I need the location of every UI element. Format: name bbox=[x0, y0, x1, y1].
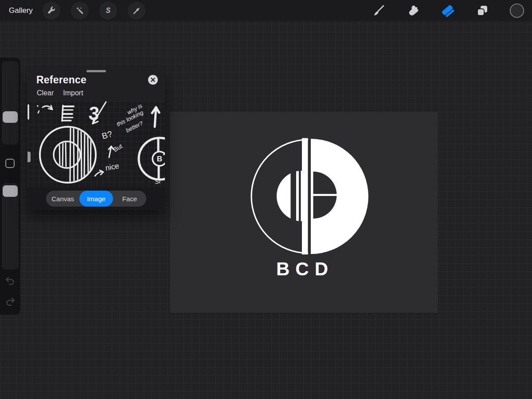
undo-icon bbox=[4, 276, 16, 287]
eraser-icon bbox=[441, 4, 454, 17]
brush-size-slider[interactable] bbox=[2, 61, 19, 145]
top-toolbar: Gallery S bbox=[0, 0, 532, 21]
close-button[interactable] bbox=[148, 75, 158, 85]
tab-face[interactable]: Face bbox=[113, 191, 146, 207]
eraser-tool-button[interactable] bbox=[438, 1, 458, 20]
sketch-b-question: B? bbox=[101, 129, 113, 141]
sketch-center-b: B bbox=[157, 155, 162, 163]
reference-image[interactable]: 3 B? But nice why is this looking better… bbox=[27, 101, 165, 188]
transform-button[interactable] bbox=[128, 2, 145, 20]
opacity-handle[interactable] bbox=[3, 185, 18, 197]
color-button[interactable] bbox=[507, 1, 527, 20]
logo-wordmark: BCD bbox=[276, 258, 334, 279]
tab-image[interactable]: Image bbox=[79, 191, 113, 207]
color-swatch-circle bbox=[509, 3, 524, 18]
sketch-nice: nice bbox=[105, 162, 120, 172]
adjustments-button[interactable] bbox=[71, 2, 89, 20]
bcd-logo-artwork: BCD bbox=[170, 111, 438, 313]
opacity-slider[interactable] bbox=[2, 183, 19, 270]
reference-mode-tabs: Canvas Image Face bbox=[46, 191, 146, 207]
selection-button[interactable]: S bbox=[99, 2, 117, 20]
reference-panel: Reference Clear Import bbox=[27, 69, 165, 210]
svg-text:S: S bbox=[106, 7, 111, 14]
brush-icon bbox=[372, 4, 385, 17]
layers-button[interactable] bbox=[473, 1, 492, 20]
transform-arrow-icon bbox=[132, 6, 141, 16]
sketch-but: But bbox=[112, 142, 124, 153]
actions-button[interactable] bbox=[43, 2, 60, 20]
paint-tools-group bbox=[369, 0, 532, 21]
smudge-finger-icon bbox=[407, 4, 419, 17]
layers-icon bbox=[476, 4, 489, 17]
sidebar-tool-rail bbox=[0, 58, 20, 315]
reference-panel-footer: Canvas Image Face bbox=[27, 188, 165, 210]
import-button[interactable]: Import bbox=[63, 89, 83, 97]
modify-button[interactable] bbox=[5, 159, 15, 168]
panel-actions: Clear Import bbox=[37, 89, 83, 97]
wrench-icon bbox=[47, 6, 56, 16]
clear-button[interactable]: Clear bbox=[37, 89, 54, 97]
smudge-tool-button[interactable] bbox=[403, 1, 423, 20]
tab-canvas[interactable]: Canvas bbox=[46, 191, 79, 207]
drawing-canvas[interactable]: BCD bbox=[170, 111, 438, 313]
close-icon bbox=[148, 75, 158, 85]
gallery-button[interactable]: Gallery bbox=[9, 6, 33, 15]
redo-button[interactable] bbox=[4, 296, 16, 309]
panel-drag-handle[interactable] bbox=[86, 70, 106, 72]
undo-button[interactable] bbox=[4, 275, 16, 288]
redo-icon bbox=[4, 297, 16, 308]
brush-tool-button[interactable] bbox=[369, 1, 388, 20]
selection-s-icon: S bbox=[103, 6, 113, 16]
panel-title: Reference bbox=[36, 74, 86, 86]
magic-wand-icon bbox=[75, 6, 85, 16]
brush-size-handle[interactable] bbox=[3, 111, 18, 123]
